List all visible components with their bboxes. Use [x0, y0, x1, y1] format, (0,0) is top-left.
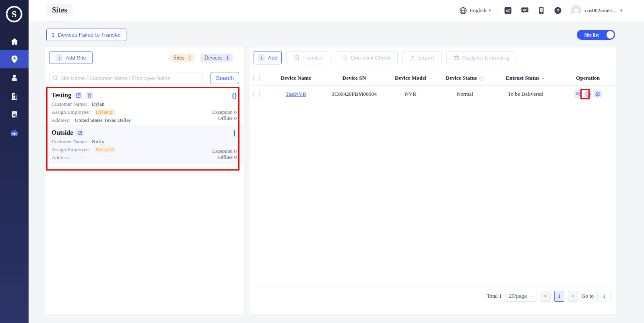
header-entrust-status[interactable]: Entrust Status⌄: [491, 75, 559, 81]
employee-label: Assign Employee:: [52, 146, 90, 152]
customer-label: Customer Name:: [52, 138, 87, 144]
tab-devices[interactable]: Devices 1: [200, 53, 233, 62]
brand-logo: S: [5, 5, 23, 23]
apply-for-entrusting-label: Apply for Entrusting: [462, 55, 510, 61]
sidebar: S: [0, 0, 29, 323]
message-icon[interactable]: [521, 6, 529, 14]
plus-icon: +: [258, 54, 265, 62]
failed-label: Devices Failed to Transfer: [58, 32, 121, 38]
filter-caret-icon: ⌄: [541, 75, 545, 80]
sidebar-item-sites[interactable]: [0, 50, 29, 68]
add-site-button[interactable]: + Add Site: [49, 51, 93, 64]
failed-count: 1: [52, 32, 55, 38]
document-icon: [11, 111, 18, 118]
exception-count: 0: [234, 109, 237, 115]
help-icon[interactable]: ?: [554, 6, 562, 14]
pagination: Total 1 20/page ⌄ < 1 > Go to: [487, 290, 611, 302]
transfer-button[interactable]: Transfer: [286, 51, 330, 64]
header-device-name: Device Name: [266, 75, 326, 81]
apply-for-entrusting-button[interactable]: Apply for Entrusting: [446, 51, 516, 64]
table-row: TestNVR 3C00420PBM00004 NVR Normal To be…: [250, 86, 616, 102]
sidebar-item-users[interactable]: [0, 69, 29, 87]
prev-page-button[interactable]: <: [541, 291, 551, 302]
employee-label: Assign Employee:: [52, 109, 90, 115]
account-name[interactable]: cos002ameri...: [585, 7, 617, 14]
device-table-header: Device Name Device SN Device Model Devic…: [250, 70, 616, 86]
device-name-link[interactable]: TestNVR: [286, 91, 306, 97]
sidebar-item-company[interactable]: [0, 87, 29, 105]
location-pin-icon: [11, 55, 18, 64]
edit-site-icon[interactable]: [75, 92, 82, 99]
header-device-model: Device Model: [382, 75, 439, 81]
customer-label: Customer Name:: [52, 101, 87, 107]
mobile-app-icon[interactable]: [538, 6, 545, 14]
sidebar-item-toolbox[interactable]: [0, 124, 29, 142]
globe-icon[interactable]: [459, 7, 467, 14]
select-caret-icon: ⌄: [530, 294, 533, 298]
check-magnifier-icon: [342, 55, 348, 61]
toolbox-icon: [10, 130, 18, 137]
person-icon: [10, 74, 18, 82]
tab-sites-count: 2: [188, 55, 191, 61]
header-operation: Operation: [559, 75, 616, 81]
add-site-label: Add Site: [66, 55, 86, 61]
page-size-select[interactable]: 20/page ⌄: [506, 291, 537, 302]
sites-panel: + Add Site Sites 2 Devices 1 Search Test…: [45, 47, 244, 314]
total-count: Total 1: [487, 293, 502, 299]
briefcase-icon: [454, 55, 459, 60]
devices-failed-button[interactable]: 1 Devices Failed to Transfer: [46, 29, 126, 41]
sidebar-item-home[interactable]: [0, 32, 29, 50]
deliver-device-icon[interactable]: [584, 90, 592, 98]
device-settings-icon[interactable]: [593, 90, 602, 98]
exception-count: 0: [234, 148, 237, 154]
exception-label: Exception: [212, 148, 233, 154]
language-selector[interactable]: English: [470, 7, 486, 14]
select-all-checkbox[interactable]: [253, 75, 260, 81]
panel-divider: [49, 69, 239, 69]
export-label: Export: [418, 55, 434, 61]
home-icon: [10, 38, 19, 45]
site-list-toggle[interactable]: Site list: [577, 30, 615, 40]
edit-site-icon[interactable]: [76, 129, 84, 136]
address-label: Address:: [52, 117, 70, 123]
search-icon: [53, 75, 58, 81]
svg-text:?: ?: [557, 8, 559, 13]
device-status-cell: Normal: [439, 91, 491, 97]
header-device-status: Device Status?: [439, 75, 491, 81]
site-search-box: [49, 72, 202, 84]
goto-page-input[interactable]: [597, 291, 611, 301]
plus-icon: +: [56, 54, 63, 62]
view-device-icon[interactable]: [574, 90, 582, 98]
report-icon[interactable]: [504, 6, 512, 14]
row-checkbox[interactable]: [253, 91, 260, 97]
export-button[interactable]: Export: [402, 51, 442, 64]
search-input[interactable]: [60, 75, 202, 81]
employee-value: Nicky18: [95, 146, 115, 152]
goto-label: Go to: [582, 293, 594, 299]
site-card-testing[interactable]: Testing 0 Customer Name: Dylan: [45, 88, 244, 125]
device-status-help-icon[interactable]: ?: [479, 76, 484, 81]
top-header: Sites English ▼ |: [29, 0, 644, 21]
svg-text:S: S: [12, 9, 17, 19]
account-caret-icon[interactable]: ▼: [619, 8, 623, 12]
export-icon: [410, 55, 415, 61]
tab-sites[interactable]: Sites 2: [170, 53, 195, 62]
page-number-button[interactable]: 1: [554, 291, 564, 302]
site-card-outside[interactable]: Outside 1 Customer Name: Nicky Assign Em…: [45, 125, 244, 164]
add-device-button[interactable]: + Add: [254, 51, 282, 64]
language-caret-icon[interactable]: ▼: [488, 8, 491, 12]
offline-count: 0: [234, 115, 237, 121]
one-click-check-button[interactable]: One-click Check: [335, 51, 398, 64]
device-sn-cell: 3C00420PBM00004: [326, 91, 382, 97]
next-page-button[interactable]: >: [568, 291, 578, 302]
page-title: Sites: [46, 4, 73, 16]
header-device-sn: Device SN: [326, 75, 382, 81]
search-button[interactable]: Search: [211, 72, 239, 84]
sidebar-item-orders[interactable]: [0, 105, 29, 123]
delete-site-icon[interactable]: [86, 92, 93, 99]
avatar[interactable]: [571, 5, 582, 16]
site-device-count: 1: [232, 128, 237, 139]
customer-value: Nicky: [92, 138, 105, 144]
site-list-toggle-label: Site list: [577, 30, 606, 40]
transfer-label: Transfer: [302, 55, 322, 61]
